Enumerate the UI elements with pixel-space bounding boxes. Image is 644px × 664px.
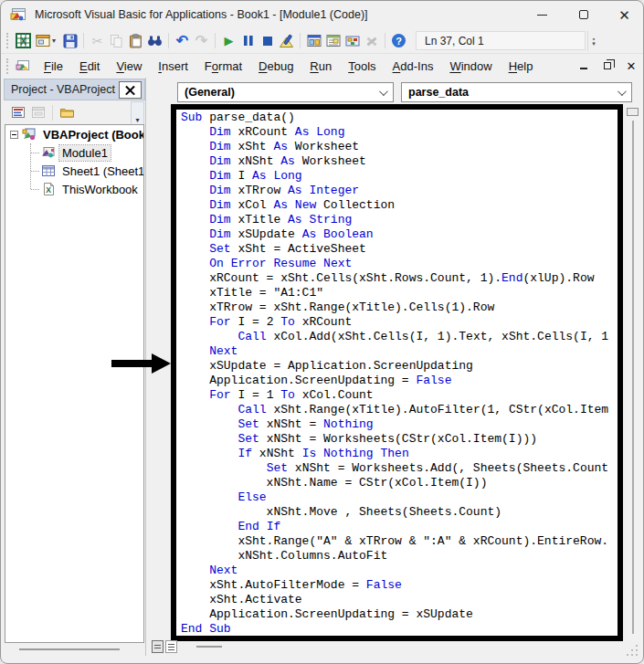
menu-add-ins[interactable]: Add-Ins: [385, 57, 442, 76]
menu-window[interactable]: Window: [441, 57, 500, 76]
paste-icon[interactable]: [126, 31, 145, 50]
code-line[interactable]: End Sub: [181, 622, 618, 636]
project-explorer-icon[interactable]: [304, 31, 323, 50]
design-mode-icon[interactable]: [277, 31, 296, 50]
code-line[interactable]: Dim xNSht As Worksheet: [181, 154, 618, 169]
code-line[interactable]: Dim xCol As New Collection: [181, 198, 618, 213]
view-object-icon[interactable]: [28, 103, 48, 121]
code-line[interactable]: If xNSht Is Nothing Then: [181, 447, 618, 461]
insert-userform-icon[interactable]: [33, 31, 52, 50]
code-line[interactable]: Call xCol.Add(xSht.Cells(I, 1).Text, xSh…: [181, 330, 618, 344]
project-panel-close-button[interactable]: [119, 81, 142, 99]
code-line[interactable]: Set xNSht = Worksheets.Add(, Sheets(Shee…: [181, 461, 618, 476]
child-restore-button[interactable]: [601, 59, 614, 72]
view-microsoft-excel-icon[interactable]: X: [14, 31, 33, 50]
properties-window-icon[interactable]: [323, 31, 343, 50]
chevron-down-icon: [618, 87, 627, 96]
project-horizontal-scrollbar[interactable]: [19, 648, 120, 650]
code-line[interactable]: Next: [181, 564, 618, 578]
find-icon[interactable]: [145, 31, 164, 50]
procedure-dropdown[interactable]: parse_data: [401, 82, 632, 102]
maximize-button[interactable]: [563, 1, 604, 28]
menu-insert[interactable]: Insert: [150, 57, 196, 76]
code-line[interactable]: Dim xRCount As Long: [181, 125, 618, 140]
code-horizontal-scrollbar[interactable]: [196, 646, 222, 648]
menu-tools[interactable]: Tools: [340, 57, 384, 76]
save-icon[interactable]: [60, 31, 79, 50]
code-line[interactable]: For I = 1 To xCol.Count: [181, 388, 618, 403]
tree-item-label: VBAProject (Book1): [40, 127, 144, 142]
tree-item-sheet1-sheet1[interactable]: Sheet1 (Sheet1): [5, 162, 143, 180]
insert-userform-dropdown-arrow[interactable]: ▾: [52, 37, 60, 45]
code-line[interactable]: Sub parse_data(): [181, 111, 618, 125]
toolbar-separator: [300, 33, 301, 48]
procedure-view-button[interactable]: [152, 640, 164, 653]
code-line[interactable]: Set xSht = ActiveSheet: [181, 242, 618, 257]
code-line[interactable]: xSUpdate = Application.ScreenUpdating: [181, 359, 618, 374]
code-line[interactable]: Call xSht.Range(xTitle).AutoFilter(1, CS…: [181, 403, 618, 417]
code-line[interactable]: xNSht.Name = CStr(xCol.Item(I)): [181, 476, 618, 490]
minimize-button[interactable]: [522, 1, 563, 28]
close-button[interactable]: ✕: [604, 1, 644, 28]
tree-item-thisworkbook[interactable]: XThisWorkbook: [5, 180, 143, 198]
menu-file[interactable]: File: [36, 57, 71, 76]
help-icon[interactable]: ?: [389, 31, 408, 50]
code-line[interactable]: Set xNSht = Nothing: [181, 417, 618, 432]
object-browser-icon[interactable]: [343, 31, 362, 50]
line-column-indicator: Ln 37, Col 1: [416, 31, 586, 50]
code-line[interactable]: xNSht.Move , Sheets(Sheets.Count): [181, 505, 618, 520]
code-line[interactable]: xNSht.Columns.AutoFit: [181, 549, 618, 564]
code-line[interactable]: xSht.Range("A" & xTRrow & ":A" & xRCount…: [181, 534, 618, 549]
code-line[interactable]: xSht.Activate: [181, 593, 618, 607]
code-line[interactable]: Set xNSht = Worksheets(CStr(xCol.Item(I)…: [181, 432, 618, 447]
code-line[interactable]: Next: [181, 344, 618, 359]
chevron-down-icon: [379, 87, 388, 96]
menu-help[interactable]: Help: [501, 57, 542, 76]
code-line[interactable]: xRCount = xSht.Cells(xSht.Rows.Count, 1)…: [181, 271, 618, 286]
code-line[interactable]: xTRrow = xSht.Range(xTitle).Cells(1).Row: [181, 300, 618, 315]
tree-item-module1[interactable]: Module1: [5, 143, 143, 162]
child-minimize-button[interactable]: [577, 59, 590, 72]
standard-toolbar: X▾✂↶↷▶? Ln 37, Col 1 ▪▾: [1, 28, 644, 54]
object-dropdown[interactable]: (General): [177, 82, 394, 102]
code-line[interactable]: Dim xSht As Worksheet: [181, 140, 618, 154]
code-editor[interactable]: Sub parse_data() Dim xRCount As Long Dim…: [181, 111, 618, 636]
break-icon[interactable]: [238, 31, 258, 50]
code-line[interactable]: Application.ScreenUpdating = xSUpdate: [181, 607, 618, 622]
menu-debug[interactable]: Debug: [250, 57, 301, 76]
toolbar-options-button[interactable]: ▪▾: [587, 31, 599, 51]
code-line[interactable]: Dim I As Long: [181, 169, 618, 184]
project-panel-titlebar[interactable]: Project - VBAProject: [4, 79, 145, 100]
code-line[interactable]: For I = 2 To xRCount: [181, 315, 618, 330]
menubar-grip[interactable]: [6, 58, 9, 74]
code-line[interactable]: Dim xTitle As String: [181, 213, 618, 227]
undo-icon[interactable]: ↶: [173, 31, 192, 50]
code-line[interactable]: On Error Resume Next: [181, 257, 618, 271]
run-icon[interactable]: ▶: [219, 31, 238, 50]
code-line[interactable]: Else: [181, 490, 618, 505]
code-line[interactable]: Application.ScreenUpdating = False: [181, 374, 618, 388]
scrollbar-thumb[interactable]: [627, 108, 639, 116]
code-line[interactable]: xSht.AutoFilterMode = False: [181, 578, 618, 593]
window-resize-grip[interactable]: [626, 644, 638, 656]
collapse-expander-icon[interactable]: [10, 131, 18, 139]
toggle-folders-icon[interactable]: [57, 103, 77, 121]
code-line[interactable]: xTitle = "A1:C1": [181, 286, 618, 300]
menu-run[interactable]: Run: [301, 57, 340, 76]
project-toolbar-overflow[interactable]: ▾: [131, 101, 144, 127]
code-line[interactable]: Dim xTRrow As Integer: [181, 184, 618, 198]
full-module-view-button[interactable]: [165, 640, 177, 653]
menu-format[interactable]: Format: [196, 57, 250, 76]
code-line[interactable]: Dim xSUpdate As Boolean: [181, 227, 618, 242]
child-close-button[interactable]: ✕: [625, 59, 638, 72]
module-window-icon: [16, 59, 30, 72]
code-vertical-scrollbar[interactable]: [626, 104, 640, 641]
toolbar-grip[interactable]: [6, 33, 9, 48]
view-code-icon[interactable]: [8, 103, 28, 121]
menu-view[interactable]: View: [108, 57, 150, 76]
tree-guide-stub: [31, 171, 39, 172]
tree-item-vbaproject-book1[interactable]: VBAProject (Book1): [5, 125, 143, 143]
reset-icon[interactable]: [258, 31, 277, 50]
menu-edit[interactable]: Edit: [71, 57, 108, 76]
code-line[interactable]: End If: [181, 520, 618, 534]
